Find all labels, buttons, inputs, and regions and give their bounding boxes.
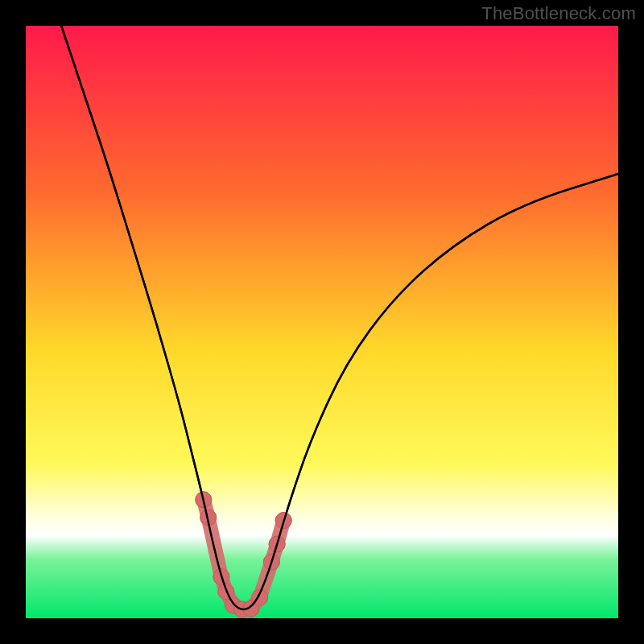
chart-frame: TheBottleneck.com <box>0 0 644 644</box>
watermark-text: TheBottleneck.com <box>481 3 636 24</box>
plot-background <box>26 26 618 618</box>
bottleneck-chart <box>0 0 644 644</box>
